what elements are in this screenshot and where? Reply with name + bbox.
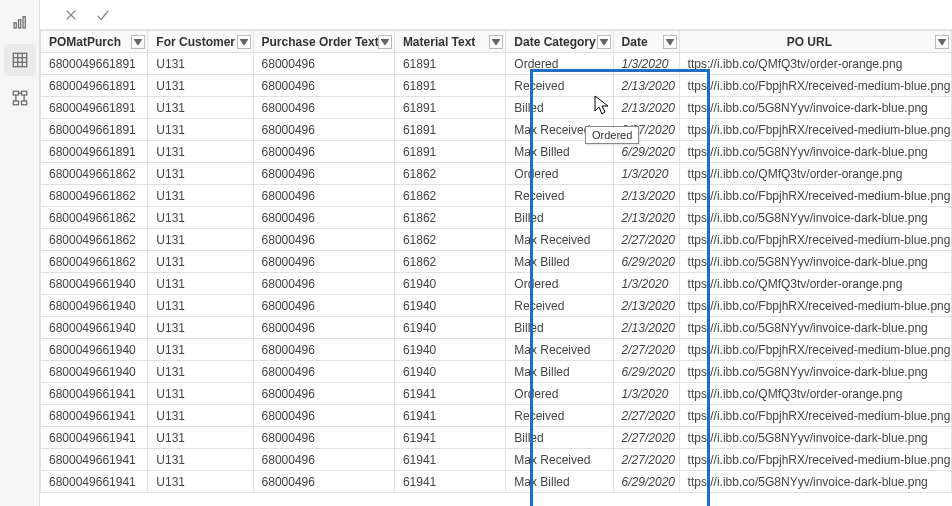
- cell-purchaseOrderText[interactable]: 68000496: [253, 383, 394, 405]
- cell-poUrl[interactable]: ttps://i.ibb.co/5G8NYyv/invoice-dark-blu…: [679, 361, 951, 383]
- table-row[interactable]: 6800049661862U1316800049661862Max Billed…: [41, 251, 952, 273]
- cell-forCustomer[interactable]: U131: [148, 163, 253, 185]
- cell-materialText[interactable]: 61891: [394, 119, 505, 141]
- report-view-icon[interactable]: [4, 6, 36, 38]
- cell-poMatPurch[interactable]: 6800049661862: [41, 251, 148, 273]
- table-row[interactable]: 6800049661941U1316800049661941Max Billed…: [41, 471, 952, 493]
- cell-dateCategory[interactable]: Ordered: [506, 163, 613, 185]
- cell-forCustomer[interactable]: U131: [148, 317, 253, 339]
- column-header-poMatPurch[interactable]: POMatPurch: [41, 31, 148, 53]
- cell-materialText[interactable]: 61941: [394, 405, 505, 427]
- cell-date[interactable]: 2/27/2020: [613, 405, 679, 427]
- column-filter-button[interactable]: [489, 35, 503, 49]
- cell-dateCategory[interactable]: Received: [506, 405, 613, 427]
- column-header-forCustomer[interactable]: For Customer: [148, 31, 253, 53]
- cell-poMatPurch[interactable]: 6800049661940: [41, 361, 148, 383]
- cell-materialText[interactable]: 61891: [394, 53, 505, 75]
- cell-materialText[interactable]: 61940: [394, 317, 505, 339]
- table-row[interactable]: 6800049661862U1316800049661862Billed2/13…: [41, 207, 952, 229]
- column-header-materialText[interactable]: Material Text: [394, 31, 505, 53]
- cell-materialText[interactable]: 61941: [394, 427, 505, 449]
- cell-purchaseOrderText[interactable]: 68000496: [253, 405, 394, 427]
- cell-dateCategory[interactable]: Max Received: [506, 229, 613, 251]
- cell-poMatPurch[interactable]: 6800049661940: [41, 273, 148, 295]
- column-filter-button[interactable]: [935, 35, 949, 49]
- cell-poUrl[interactable]: ttps://i.ibb.co/5G8NYyv/invoice-dark-blu…: [679, 471, 951, 493]
- cell-forCustomer[interactable]: U131: [148, 405, 253, 427]
- cell-date[interactable]: 6/29/2020: [613, 471, 679, 493]
- cell-forCustomer[interactable]: U131: [148, 361, 253, 383]
- cell-dateCategory[interactable]: Max Received: [506, 339, 613, 361]
- cell-poMatPurch[interactable]: 6800049661891: [41, 141, 148, 163]
- cell-forCustomer[interactable]: U131: [148, 471, 253, 493]
- cell-dateCategory[interactable]: Ordered: [506, 53, 613, 75]
- cell-dateCategory[interactable]: Max Billed: [506, 361, 613, 383]
- accept-formula-button[interactable]: [94, 6, 112, 24]
- column-header-dateCategory[interactable]: Date Category: [506, 31, 613, 53]
- cell-materialText[interactable]: 61891: [394, 97, 505, 119]
- cell-purchaseOrderText[interactable]: 68000496: [253, 427, 394, 449]
- cell-poUrl[interactable]: ttps://i.ibb.co/5G8NYyv/invoice-dark-blu…: [679, 207, 951, 229]
- cell-poMatPurch[interactable]: 6800049661941: [41, 383, 148, 405]
- cell-poUrl[interactable]: ttps://i.ibb.co/5G8NYyv/invoice-dark-blu…: [679, 317, 951, 339]
- cell-purchaseOrderText[interactable]: 68000496: [253, 53, 394, 75]
- data-grid[interactable]: POMatPurchFor CustomerPurchase Order Tex…: [40, 30, 952, 493]
- column-header-purchaseOrderText[interactable]: Purchase Order Text: [253, 31, 394, 53]
- cell-purchaseOrderText[interactable]: 68000496: [253, 141, 394, 163]
- cell-dateCategory[interactable]: Received: [506, 75, 613, 97]
- cell-poUrl[interactable]: ttps://i.ibb.co/FbpjhRX/received-medium-…: [679, 295, 951, 317]
- cell-poUrl[interactable]: ttps://i.ibb.co/FbpjhRX/received-medium-…: [679, 405, 951, 427]
- cell-poUrl[interactable]: ttps://i.ibb.co/QMfQ3tv/order-orange.png: [679, 53, 951, 75]
- cell-forCustomer[interactable]: U131: [148, 449, 253, 471]
- cell-purchaseOrderText[interactable]: 68000496: [253, 471, 394, 493]
- cell-poMatPurch[interactable]: 6800049661862: [41, 207, 148, 229]
- cell-date[interactable]: 1/3/2020: [613, 383, 679, 405]
- cell-date[interactable]: 2/27/2020: [613, 339, 679, 361]
- cell-poMatPurch[interactable]: 6800049661891: [41, 53, 148, 75]
- cell-purchaseOrderText[interactable]: 68000496: [253, 163, 394, 185]
- cell-date[interactable]: 2/13/2020: [613, 317, 679, 339]
- cell-date[interactable]: 2/13/2020: [613, 97, 679, 119]
- table-row[interactable]: 6800049661940U1316800049661940Max Billed…: [41, 361, 952, 383]
- table-row[interactable]: 6800049661891U1316800049661891Ordered1/3…: [41, 53, 952, 75]
- cell-forCustomer[interactable]: U131: [148, 53, 253, 75]
- cell-dateCategory[interactable]: Ordered: [506, 383, 613, 405]
- table-row[interactable]: 6800049661940U1316800049661940Received2/…: [41, 295, 952, 317]
- cell-materialText[interactable]: 61940: [394, 361, 505, 383]
- cell-poUrl[interactable]: ttps://i.ibb.co/FbpjhRX/received-medium-…: [679, 75, 951, 97]
- cell-forCustomer[interactable]: U131: [148, 273, 253, 295]
- cell-poUrl[interactable]: ttps://i.ibb.co/5G8NYyv/invoice-dark-blu…: [679, 97, 951, 119]
- cell-poUrl[interactable]: ttps://i.ibb.co/5G8NYyv/invoice-dark-blu…: [679, 427, 951, 449]
- cell-poMatPurch[interactable]: 6800049661941: [41, 471, 148, 493]
- cell-forCustomer[interactable]: U131: [148, 339, 253, 361]
- cell-poUrl[interactable]: ttps://i.ibb.co/FbpjhRX/received-medium-…: [679, 449, 951, 471]
- cell-poUrl[interactable]: ttps://i.ibb.co/FbpjhRX/received-medium-…: [679, 119, 951, 141]
- cell-dateCategory[interactable]: Billed: [506, 317, 613, 339]
- cell-date[interactable]: 6/29/2020: [613, 251, 679, 273]
- cell-poMatPurch[interactable]: 6800049661862: [41, 185, 148, 207]
- cell-poUrl[interactable]: ttps://i.ibb.co/QMfQ3tv/order-orange.png: [679, 383, 951, 405]
- cell-poMatPurch[interactable]: 6800049661862: [41, 163, 148, 185]
- cell-poMatPurch[interactable]: 6800049661941: [41, 449, 148, 471]
- cell-materialText[interactable]: 61862: [394, 163, 505, 185]
- cell-date[interactable]: 2/13/2020: [613, 295, 679, 317]
- cell-purchaseOrderText[interactable]: 68000496: [253, 339, 394, 361]
- table-row[interactable]: 6800049661941U1316800049661941Max Receiv…: [41, 449, 952, 471]
- cell-forCustomer[interactable]: U131: [148, 229, 253, 251]
- cell-forCustomer[interactable]: U131: [148, 295, 253, 317]
- cell-materialText[interactable]: 61862: [394, 185, 505, 207]
- column-filter-button[interactable]: [131, 35, 145, 49]
- table-row[interactable]: 6800049661940U1316800049661940Ordered1/3…: [41, 273, 952, 295]
- cell-poUrl[interactable]: ttps://i.ibb.co/QMfQ3tv/order-orange.png: [679, 163, 951, 185]
- cell-date[interactable]: 2/13/2020: [613, 75, 679, 97]
- cell-date[interactable]: 2/27/2020: [613, 229, 679, 251]
- column-filter-button[interactable]: [378, 35, 392, 49]
- cell-forCustomer[interactable]: U131: [148, 97, 253, 119]
- cell-materialText[interactable]: 61941: [394, 449, 505, 471]
- table-row[interactable]: 6800049661891U1316800049661891Max Receiv…: [41, 119, 952, 141]
- cell-poMatPurch[interactable]: 6800049661891: [41, 97, 148, 119]
- column-header-poUrl[interactable]: PO URL: [679, 31, 951, 53]
- cell-dateCategory[interactable]: Billed: [506, 427, 613, 449]
- cell-poUrl[interactable]: ttps://i.ibb.co/5G8NYyv/invoice-dark-blu…: [679, 251, 951, 273]
- cell-forCustomer[interactable]: U131: [148, 207, 253, 229]
